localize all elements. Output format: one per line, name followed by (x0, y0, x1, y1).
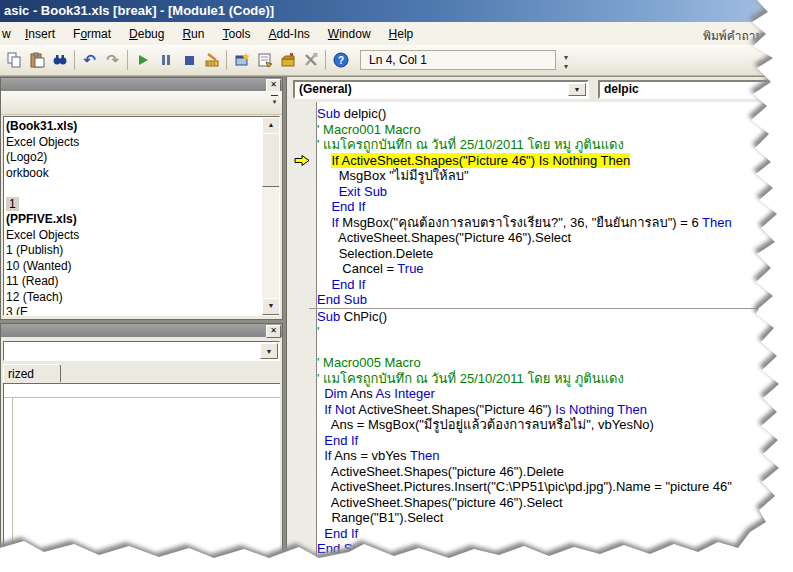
code-line: End Sub (317, 292, 793, 308)
run-button[interactable] (131, 49, 154, 71)
chevron-down-icon[interactable]: ▼ (568, 83, 586, 96)
object-browser-icon (234, 52, 250, 68)
code-line: Sub delpic() (317, 106, 793, 122)
close-icon[interactable]: ✕ (266, 325, 281, 338)
scroll-down-icon[interactable]: ▼ (262, 298, 280, 315)
redo-icon: ↷ (106, 53, 119, 68)
code-line: Cancel = True (317, 261, 793, 277)
code-line: Dim Ans As Integer (317, 386, 793, 402)
code-line: ActiveSheet.Shapes("picture 46").Delete (317, 464, 793, 480)
redo-button[interactable]: ↷ (101, 49, 124, 71)
properties-window-button[interactable] (253, 49, 276, 71)
toolbar-separator (226, 50, 227, 70)
tree-item[interactable]: 3 (E (4, 305, 261, 316)
code-line: Selection.Delete (317, 246, 793, 262)
project-tree-rows: (Book31.xls)Excel Objects(Logo2)orkbook1… (4, 119, 261, 316)
object-dropdown-value: (General) (299, 82, 352, 96)
properties-object-combo[interactable]: ▼ (3, 341, 280, 361)
find-button[interactable] (48, 49, 71, 71)
copy-button[interactable] (2, 49, 25, 71)
chevron-down-icon[interactable]: ▾ (269, 95, 280, 105)
reset-icon (181, 52, 197, 68)
menu-insert[interactable]: Insert (16, 24, 64, 44)
chevron-down-icon[interactable]: ▼ (260, 343, 278, 359)
procedure-dropdown-value: delpic (604, 82, 639, 96)
menu-format[interactable]: Format (64, 24, 120, 44)
procedure-dropdown[interactable]: delpic (598, 80, 788, 99)
code-line: If MsgBox("คุณต้องการลบตราโรงเรียน?", 36… (317, 215, 793, 231)
properties-tabs: rized (3, 364, 280, 383)
tree-item[interactable]: 11 (Read) (4, 274, 261, 290)
code-line: End If (317, 277, 793, 293)
toolbar-separator (74, 50, 75, 70)
design-mode-icon (204, 52, 220, 68)
tree-item[interactable]: 12 (Teach) (4, 290, 261, 306)
project-explorer-panel: ✕ ▾ (Book31.xls)Excel Objects(Logo2)orkb… (0, 77, 283, 320)
code-line: ' Macro005 Macro (317, 355, 793, 371)
code-editor[interactable]: Sub delpic()' Macro001 Macro' แมโครถูกบั… (287, 102, 793, 572)
tree-item[interactable]: 1 (4, 197, 261, 213)
code-line: Sub ChPic() (317, 309, 793, 325)
toolbar-options-chevron[interactable]: ▾▾ (560, 50, 572, 70)
tree-item[interactable]: Excel Objects (4, 228, 261, 244)
tree-item[interactable]: 10 (Wanted) (4, 259, 261, 275)
tree-item[interactable]: (PPFIVE.xls) (4, 212, 261, 228)
code-line: Range("B1").Select (317, 510, 793, 526)
code-line: MsgBox "ไม่มีรูปให้ลบ" (317, 168, 793, 184)
line-col-indicator: Ln 4, Col 1 (360, 50, 556, 70)
code-line: If Not ActiveSheet.Shapes("Picture 46") … (317, 402, 793, 418)
margin-indicator-bar[interactable] (287, 102, 317, 572)
menu-debug[interactable]: Debug (120, 24, 173, 44)
undo-icon: ↶ (83, 53, 96, 68)
tree-item[interactable]: Excel Objects (4, 135, 261, 151)
object-browser-button[interactable] (230, 49, 253, 71)
paste-button[interactable] (25, 49, 48, 71)
object-dropdown[interactable]: (General) ▼ (293, 80, 589, 99)
code-line: ' (317, 324, 793, 340)
break-button[interactable] (154, 49, 177, 71)
code-line: ActiveSheet.Shapes("picture 46").Select (317, 495, 793, 511)
tree-item[interactable]: orkbook (4, 166, 261, 182)
menu-run[interactable]: Run (173, 24, 213, 44)
properties-panel: ✕ ▼ rized (0, 323, 283, 572)
reset-button[interactable] (177, 49, 200, 71)
help-button[interactable]: ? (329, 49, 352, 71)
tools-button[interactable] (299, 49, 322, 71)
code-line: Ans = MsgBox("มีรูปอยู่แล้วต้องการลบหรือ… (317, 417, 793, 433)
code-line: End Sub (317, 541, 793, 557)
scroll-up-icon[interactable]: ▲ (262, 117, 280, 134)
properties-grid[interactable] (3, 383, 280, 570)
properties-panel-titlebar: ✕ (1, 324, 282, 337)
menu-help[interactable]: Help (380, 24, 423, 44)
design-mode-button[interactable] (200, 49, 223, 71)
help-question-box[interactable]: พิมพ์คำถามขอ (703, 26, 779, 45)
code-line: End If (317, 526, 793, 542)
code-line: ActiveSheet.Pictures.Insert("C:\PP51\pic… (317, 479, 793, 495)
toolbox-button[interactable] (276, 49, 299, 71)
menu-addins[interactable]: Add-Ins (259, 24, 318, 44)
scrollbar-thumb[interactable] (262, 133, 280, 187)
tree-item[interactable]: (Logo2) (4, 150, 261, 166)
help-icon: ? (333, 52, 349, 68)
code-text: Sub delpic()' Macro001 Macro' แมโครถูกบั… (317, 106, 793, 557)
menu-items: InsertFormatDebugRunToolsAdd-InsWindowHe… (16, 24, 422, 44)
menu-window[interactable]: Window (319, 24, 380, 44)
tab-categorized[interactable]: rized (3, 364, 61, 382)
tree-item[interactable]: 1 (Publish) (4, 243, 261, 259)
code-window: (General) ▼ delpic Sub delpic()' Macro00… (286, 77, 793, 572)
standard-toolbar: ↶ ↷ ? Ln 4, Col 1 ▾▾ (0, 45, 793, 76)
tree-item[interactable] (4, 181, 261, 197)
title-bar: asic - Book31.xls [break] - [Module1 (Co… (0, 0, 793, 22)
tree-item[interactable]: (Book31.xls) (4, 119, 261, 135)
code-line: End If (317, 433, 793, 449)
project-tree[interactable]: (Book31.xls)Excel Objects(Logo2)orkbook1… (3, 116, 280, 316)
tools-icon (303, 52, 319, 68)
svg-text:?: ? (337, 55, 343, 66)
project-tree-scrollbar[interactable]: ▲ ▼ (262, 117, 279, 315)
menu-view-partial[interactable]: w (0, 24, 16, 44)
code-line: ' Macro001 Macro (317, 122, 793, 138)
properties-window-icon (257, 52, 273, 68)
menu-tools[interactable]: Tools (213, 24, 259, 44)
undo-button[interactable]: ↶ (78, 49, 101, 71)
break-icon (158, 52, 174, 68)
